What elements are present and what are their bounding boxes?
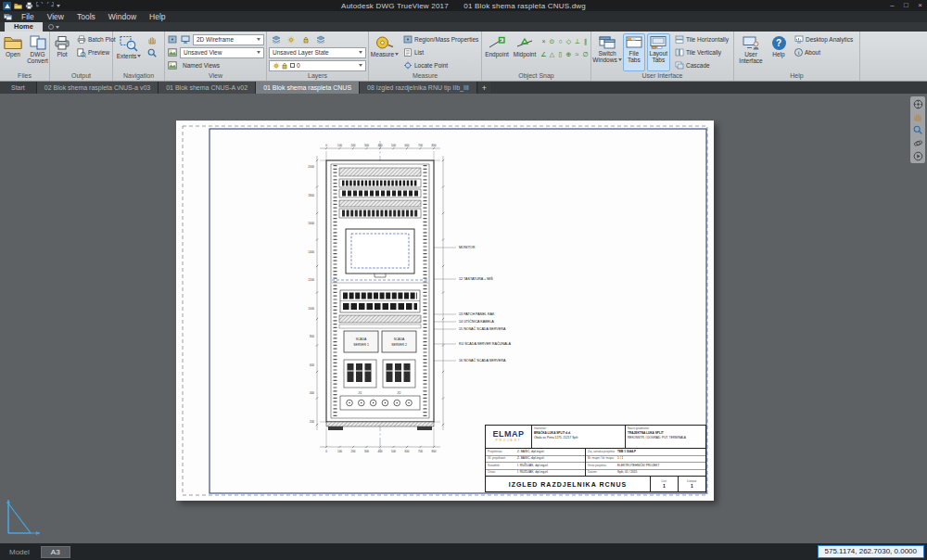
open-folder-icon — [4, 35, 22, 50]
insert-snap-icon[interactable]: ▯ — [556, 48, 565, 61]
endpoint-snap-button[interactable]: Endpoint — [484, 33, 510, 71]
dwg-convert-button[interactable]: DWG Convert — [26, 33, 49, 71]
named-views-button[interactable]: Named Views — [180, 59, 222, 71]
help-button[interactable]: ? Help — [768, 33, 790, 71]
layer-unlock-icon — [281, 62, 288, 70]
quadrant-snap-icon[interactable]: ◇ — [565, 35, 573, 48]
maximize-button[interactable]: □ — [899, 0, 913, 11]
svg-text:500: 500 — [391, 450, 396, 453]
locate-point-icon — [403, 61, 413, 70]
batch-plot-button[interactable]: Batch Plot — [74, 33, 119, 45]
qat-plot-icon[interactable] — [25, 2, 33, 9]
orbit-tool-icon[interactable] — [912, 137, 924, 148]
zoom-button[interactable] — [145, 46, 159, 58]
extents-dropdown-icon[interactable] — [137, 55, 141, 57]
zoom-tool-icon[interactable] — [912, 124, 924, 135]
none-snap-icon[interactable]: ∅ — [581, 48, 590, 61]
perpendicular-snap-icon[interactable]: ⊥ — [573, 35, 581, 48]
layer-states-icon[interactable] — [271, 34, 282, 45]
ribbon-collapse-icon[interactable] — [56, 26, 59, 29]
menu-tools[interactable]: Tools — [70, 11, 102, 22]
current-layer-combo[interactable]: 0 — [269, 60, 366, 71]
plot-button[interactable]: Plot — [52, 33, 72, 71]
menu-bar: File View Tools Window Help — [0, 11, 927, 22]
combo-arrow-icon[interactable] — [257, 51, 260, 54]
close-button[interactable]: × — [913, 0, 927, 11]
pan-tool-icon[interactable] — [912, 111, 924, 122]
user-interface-button[interactable]: User Interface — [736, 33, 766, 71]
layer-color-swatch — [290, 63, 295, 68]
help-question-icon: ? — [772, 36, 786, 50]
angle-snap-icon[interactable]: ∠ — [540, 48, 548, 61]
cascade-icon — [675, 61, 684, 70]
app-logo-icon[interactable] — [3, 2, 11, 10]
svg-text:500: 500 — [391, 144, 396, 147]
locate-point-button[interactable]: Locate Point — [400, 59, 481, 71]
showmotion-icon[interactable] — [912, 150, 924, 161]
visual-style-combo[interactable]: 2D Wireframe — [193, 34, 264, 45]
qat-undo-icon[interactable] — [36, 2, 44, 9]
zoom-extents-button[interactable]: Extents — [115, 33, 143, 71]
minimize-button[interactable]: – — [885, 0, 899, 11]
tile-vertically-button[interactable]: Tile Vertically — [672, 46, 731, 58]
combo-arrow-icon[interactable] — [359, 51, 362, 54]
qat-dropdown-icon[interactable] — [57, 5, 60, 7]
tab-home[interactable]: Home — [5, 22, 43, 32]
list-button[interactable]: List — [400, 46, 481, 58]
desktop-analytics-button[interactable]: Desktop Analytics — [792, 33, 856, 45]
model-tab[interactable]: Model — [0, 548, 39, 556]
node-snap-icon[interactable]: ⊙ — [548, 35, 556, 48]
drawing-canvas[interactable]: SCADA SERVER 1 SCADA SERVER 2 -X1 -X2 — [0, 94, 927, 543]
svg-text:700: 700 — [418, 450, 423, 453]
switch-windows-dropdown-icon[interactable] — [618, 58, 622, 61]
client-cell: Investitor: BRAČKA LUKA SPLIT d.d. Obala… — [532, 426, 626, 448]
open-button[interactable]: Open — [2, 33, 24, 71]
extension-snap-icon[interactable]: ⊕ — [565, 48, 573, 61]
measure-button[interactable]: Measure — [371, 33, 399, 71]
visual-style-icon — [167, 34, 178, 45]
file-tab-active[interactable]: 01 Blok shema raspleta CNUS — [256, 82, 360, 94]
measure-dropdown-icon[interactable] — [395, 53, 399, 56]
qat-open-icon[interactable] — [14, 3, 22, 9]
file-tabs-toggle-button[interactable]: File Tabs — [623, 33, 645, 71]
layout-tabs-toggle-button[interactable]: Layout Tabs — [647, 33, 670, 71]
layer-lock-icon[interactable] — [300, 34, 311, 45]
ribbon-options[interactable] — [48, 22, 59, 32]
tangent-snap-icon[interactable]: △ — [548, 48, 556, 61]
file-tab[interactable]: 01 Blok shema CNUS-A v02 — [159, 82, 256, 94]
cascade-button[interactable]: Cascade — [672, 59, 731, 71]
menu-file[interactable]: File — [15, 11, 41, 22]
new-tab-button[interactable]: + — [478, 82, 490, 94]
qat-redo-icon[interactable] — [46, 2, 54, 9]
combo-arrow-icon[interactable] — [359, 64, 362, 67]
view-combo[interactable]: Unsaved View — [180, 47, 264, 58]
tile-horizontally-button[interactable]: Tile Horizontally — [672, 33, 731, 45]
menu-help[interactable]: Help — [143, 11, 171, 22]
layer-properties-icon[interactable] — [315, 34, 326, 45]
file-tab[interactable]: 02 Blok shema raspleta CNUS-a v03 — [37, 82, 159, 94]
layer-state-combo[interactable]: Unsaved Layer State — [269, 47, 366, 58]
layout-tab-a3[interactable]: A3 — [41, 546, 70, 558]
file-tab-start[interactable]: Start — [0, 82, 37, 94]
nearest-snap-icon[interactable]: ≈ — [573, 48, 581, 61]
layer-on-icon[interactable] — [286, 34, 297, 45]
ribbon-cycle-icon[interactable] — [48, 24, 54, 30]
navigation-wheel-icon[interactable] — [912, 98, 924, 109]
app-menu-icon[interactable] — [2, 12, 13, 21]
switch-windows-button[interactable]: Switch Windows — [593, 33, 621, 71]
ribbon-panel-files: Open DWG Convert Files — [0, 32, 50, 81]
pan-button[interactable] — [145, 33, 159, 45]
combo-arrow-icon[interactable] — [257, 38, 260, 41]
file-tab[interactable]: 08 Izgled razdjelnika RNU tip IIb_III — [360, 82, 477, 94]
menu-window[interactable]: Window — [102, 11, 143, 22]
intersection-snap-icon[interactable]: × — [540, 35, 548, 48]
preview-button[interactable]: Preview — [74, 46, 119, 58]
parallel-snap-icon[interactable]: ∥ — [581, 35, 590, 48]
about-button[interactable]: i About — [792, 46, 856, 58]
panel-label-measure: Measure — [369, 71, 481, 81]
region-mass-properties-button[interactable]: Region/Mass Properties — [400, 33, 481, 45]
annotation-text: KU SCADA SERVER RAČUNALA — [459, 341, 511, 346]
center-snap-icon[interactable]: ○ — [556, 35, 565, 48]
menu-view[interactable]: View — [41, 11, 70, 22]
midpoint-snap-button[interactable]: Midpoint — [512, 33, 538, 71]
